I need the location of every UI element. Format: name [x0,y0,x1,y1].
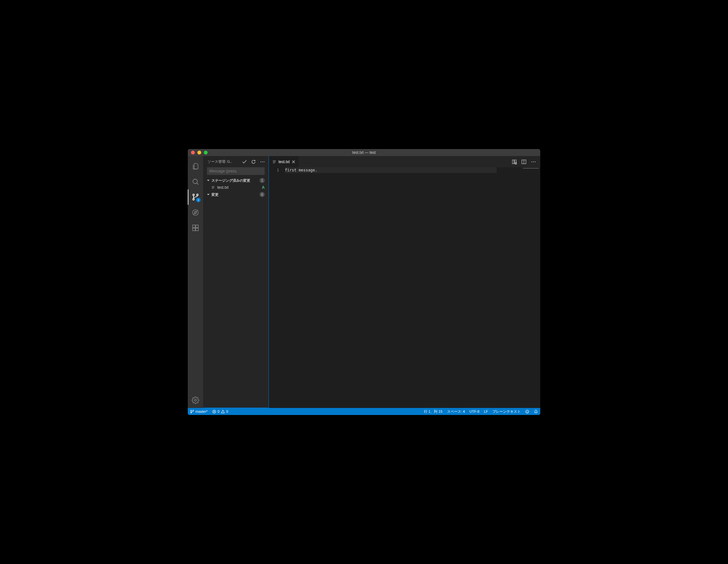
close-tab-button[interactable] [292,160,295,164]
cursor-position[interactable]: 行 1、列 15 [422,408,444,415]
close-icon [292,160,295,164]
activity-bar: 1 [188,156,203,408]
svg-rect-17 [512,160,514,164]
encoding-status[interactable]: UTF-8 [467,408,482,415]
svg-rect-9 [193,228,195,231]
smiley-icon [525,410,529,414]
changes-label: 変更 [211,192,258,197]
split-editor-button[interactable] [520,158,527,165]
warning-icon [221,410,225,414]
editor-body[interactable]: 1 first message. [269,167,540,408]
app-window: test.txt — test 1 [188,149,540,415]
status-bar: master* 0 0 行 1、列 15 スペース: 4 UTF-8 LF プレ… [188,408,540,415]
extensions-tab[interactable] [188,220,203,236]
chevron-down-icon [206,179,210,182]
debug-tab[interactable] [188,205,203,220]
changes-count-badge: 0 [260,192,265,197]
scm-badge: 1 [196,198,201,202]
compare-changes-button[interactable] [511,158,518,165]
staged-file-status: A [262,185,265,190]
commit-message-input[interactable] [207,167,265,175]
source-control-tab[interactable]: 1 [188,189,203,205]
ellipsis-icon [531,159,536,164]
notifications-button[interactable] [532,408,540,415]
branch-status[interactable]: master* [188,408,210,415]
svg-point-34 [527,411,528,411]
code-line-1: first message. [285,167,497,173]
warning-count: 0 [226,410,228,413]
svg-line-6 [193,210,198,215]
error-icon [212,410,216,414]
language-mode[interactable]: プレーンテキスト [490,408,523,415]
file-icon [211,186,215,189]
staged-file-name: test.txt [217,185,260,190]
scm-sidebar: ソース管理: G.. ステージング済みの変更 1 [203,156,269,408]
file-icon [272,160,277,164]
main-area: 1 ソース管理: G.. [188,156,540,408]
minimap-line [523,168,539,169]
minimap[interactable] [521,167,540,408]
bell-icon [534,410,538,414]
editor-tab-test[interactable]: test.txt [269,156,299,167]
files-icon [192,162,199,170]
feedback-button[interactable] [523,408,532,415]
svg-point-28 [193,410,194,411]
eol-status[interactable]: LF [482,408,490,415]
extensions-icon [192,224,199,232]
line-number: 1 [269,167,279,173]
svg-point-24 [533,161,534,162]
branch-name: master* [195,410,208,413]
svg-point-2 [193,194,194,196]
code-area[interactable]: first message. [285,167,521,408]
error-count: 0 [218,410,219,413]
traffic-lights [188,151,208,154]
refresh-icon [251,159,256,164]
scm-title: ソース管理: G.. [208,159,239,164]
editor-actions [508,156,540,167]
staged-count-badge: 1 [260,178,265,183]
explorer-tab[interactable] [188,159,203,174]
no-bug-icon [192,209,199,216]
zoom-window-button[interactable] [204,151,208,154]
line-gutter: 1 [269,167,285,408]
refresh-button[interactable] [250,158,257,165]
svg-point-12 [261,161,261,162]
svg-point-4 [193,199,194,200]
staged-file-row[interactable]: test.txt A [203,184,269,191]
changes-section[interactable]: 変更 0 [203,191,269,198]
svg-rect-8 [196,225,198,228]
chevron-down-icon [206,193,210,196]
window-title: test.txt — test [188,150,540,155]
diff-icon [512,159,517,164]
svg-point-26 [191,410,192,411]
problems-status[interactable]: 0 0 [210,408,230,415]
titlebar: test.txt — test [188,149,540,156]
staged-changes-label: ステージング済みの変更 [211,178,258,183]
staged-changes-section[interactable]: ステージング済みの変更 1 [203,177,269,184]
check-icon [242,159,247,164]
scm-more-button[interactable] [259,158,266,165]
close-window-button[interactable] [191,151,195,154]
svg-point-3 [197,194,198,196]
indentation-status[interactable]: スペース: 4 [445,408,467,415]
ellipsis-icon [260,159,265,164]
search-icon [192,178,199,186]
minimize-window-button[interactable] [197,151,201,154]
tab-label: test.txt [278,160,290,164]
svg-line-1 [197,183,198,185]
svg-point-23 [532,161,532,162]
svg-point-13 [262,161,263,162]
svg-point-11 [194,399,196,401]
split-icon [521,159,526,164]
editor-more-button[interactable] [530,158,537,165]
git-branch-icon [190,410,194,414]
settings-gear[interactable] [188,393,203,408]
svg-point-33 [526,411,527,411]
scm-header: ソース管理: G.. [203,156,269,167]
svg-point-14 [264,161,264,162]
svg-rect-18 [515,160,516,164]
search-tab[interactable] [188,174,203,189]
editor-tabs: test.txt [269,156,540,167]
gear-icon [192,396,199,404]
commit-button[interactable] [241,158,248,165]
